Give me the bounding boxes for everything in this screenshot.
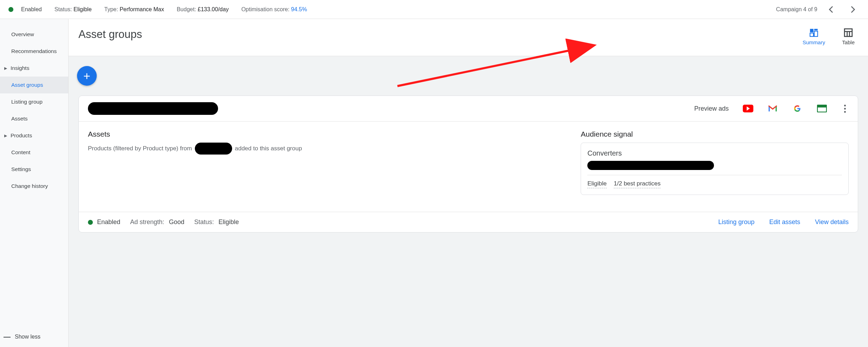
- audience-detail-redacted: [587, 161, 714, 170]
- assets-sub-pre: Products (filtered by Product type) from: [88, 145, 192, 152]
- footer-status-value: Eligible: [218, 218, 239, 225]
- card-footer-left: Enabled Ad strength: Good Status: Eligib…: [88, 218, 239, 226]
- enabled-label: Enabled: [21, 6, 42, 13]
- collapse-icon: —: [4, 333, 11, 341]
- page-title: Asset groups: [78, 28, 142, 41]
- content-header: Asset groups Summary: [69, 19, 868, 56]
- ad-strength-value: Good: [169, 218, 184, 225]
- expand-right-icon: ▶: [4, 133, 8, 138]
- status-value: Eligible: [74, 6, 92, 12]
- plus-icon: +: [83, 69, 90, 83]
- svg-rect-11: [817, 105, 826, 107]
- eligible-link[interactable]: Eligible: [587, 180, 607, 188]
- expand-right-icon: ▶: [4, 66, 8, 71]
- content-area: Asset groups Summary: [69, 19, 868, 347]
- campaign-pager: Campaign 4 of 9: [776, 2, 860, 17]
- sidebar-item-label: Content: [11, 149, 30, 156]
- gmail-icon[interactable]: [767, 105, 778, 112]
- status-label: Status:: [55, 6, 72, 12]
- ad-strength-label: Ad strength:: [130, 218, 164, 225]
- sidebar-item-change-history[interactable]: Change history: [0, 178, 68, 195]
- sidebar-item-insights[interactable]: ▶ Insights: [0, 60, 68, 77]
- budget-kv: Budget: £133.00/day: [177, 6, 229, 13]
- footer-status-kv: Status: Eligible: [194, 218, 239, 226]
- show-less-button[interactable]: — Show less: [0, 333, 40, 341]
- svg-rect-2: [814, 31, 818, 37]
- campaign-enabled-chip[interactable]: Enabled: [8, 6, 42, 13]
- assets-subtitle: Products (filtered by Product type) from…: [88, 143, 570, 155]
- prev-campaign-button[interactable]: [824, 2, 838, 17]
- campaign-top-bar: Enabled Status: Eligible Type: Performan…: [0, 0, 868, 19]
- audience-title: Audience signal: [581, 130, 849, 138]
- assets-sub-post: added to this asset group: [235, 145, 302, 152]
- sidebar-item-asset-groups[interactable]: Asset groups: [0, 77, 68, 93]
- summary-view-label: Summary: [803, 39, 825, 45]
- listing-group-link[interactable]: Listing group: [718, 218, 754, 226]
- view-details-link[interactable]: View details: [815, 218, 849, 226]
- budget-value: £133.00/day: [198, 6, 229, 12]
- sidebar-item-label: Products: [11, 132, 32, 139]
- assets-section: Assets Products (filtered by Product typ…: [88, 130, 570, 195]
- sidebar-item-label: Change history: [11, 183, 48, 189]
- sidebar-item-label: Assets: [11, 116, 28, 122]
- svg-rect-1: [814, 29, 818, 30]
- preview-ads-row: Preview ads: [694, 103, 849, 114]
- card-header: Preview ads: [79, 96, 858, 122]
- sidebar-item-listing-group[interactable]: Listing group: [0, 93, 68, 110]
- campaign-nav-text: Campaign 4 of 9: [776, 6, 817, 13]
- sidebar-item-label: Recommendations: [11, 48, 57, 54]
- google-icon[interactable]: [792, 105, 803, 112]
- status-dot-icon: [8, 7, 13, 12]
- summary-view-button[interactable]: Summary: [803, 28, 825, 45]
- status-kv: Status: Eligible: [55, 6, 92, 13]
- card-footer-right: Listing group Edit assets View details: [718, 218, 849, 226]
- svg-rect-0: [810, 29, 813, 32]
- footer-status-label: Status:: [194, 218, 214, 225]
- budget-label: Budget:: [177, 6, 196, 12]
- summary-icon: [809, 28, 818, 37]
- edit-assets-link[interactable]: Edit assets: [769, 218, 800, 226]
- sidebar-item-label: Overview: [11, 31, 34, 38]
- audience-links: Eligible 1/2 best practices: [587, 180, 842, 188]
- sidebar-item-recommendations[interactable]: Recommendations: [0, 43, 68, 60]
- chevron-left-icon: [827, 5, 836, 14]
- sidebar-item-label: Asset groups: [11, 82, 43, 88]
- assets-title: Assets: [88, 130, 570, 138]
- next-campaign-button[interactable]: [845, 2, 860, 17]
- status-dot-icon: [88, 220, 93, 225]
- card-enabled-chip[interactable]: Enabled: [88, 218, 120, 226]
- more-menu-button[interactable]: [841, 103, 849, 114]
- youtube-icon[interactable]: [743, 105, 753, 112]
- table-icon: [844, 28, 853, 37]
- audience-section: Audience signal Converters Eligible 1/2 …: [581, 130, 849, 195]
- type-label: Type:: [104, 6, 118, 12]
- sidebar-item-settings[interactable]: Settings: [0, 161, 68, 178]
- sidebar-item-assets[interactable]: Assets: [0, 110, 68, 127]
- best-practices-link[interactable]: 1/2 best practices: [614, 180, 660, 188]
- type-value: Performance Max: [120, 6, 164, 12]
- sidebar-item-products[interactable]: ▶ Products: [0, 127, 68, 144]
- merchant-name-redacted: [195, 143, 232, 155]
- svg-rect-4: [844, 29, 852, 37]
- display-icon[interactable]: [817, 105, 827, 112]
- table-view-button[interactable]: Table: [842, 28, 855, 45]
- converters-title: Converters: [587, 149, 842, 157]
- preview-ads-label: Preview ads: [694, 105, 729, 112]
- show-less-label: Show less: [15, 334, 40, 340]
- sidebar-item-content[interactable]: Content: [0, 144, 68, 161]
- audience-signal-box: Converters Eligible 1/2 best practices: [581, 143, 849, 195]
- asset-group-card: Preview ads: [78, 96, 858, 233]
- left-nav: Overview Recommendations ▶ Insights Asse…: [0, 19, 69, 347]
- sidebar-item-label: Listing group: [11, 99, 43, 105]
- optscore-value[interactable]: 94.5%: [291, 6, 307, 12]
- sidebar-item-label: Settings: [11, 166, 31, 172]
- ad-strength-kv: Ad strength: Good: [130, 218, 184, 226]
- asset-group-name-redacted: [88, 102, 218, 115]
- add-asset-group-button[interactable]: +: [77, 66, 97, 86]
- sidebar-item-overview[interactable]: Overview: [0, 26, 68, 43]
- optscore-kv: Optimisation score: 94.5%: [241, 6, 307, 13]
- card-footer: Enabled Ad strength: Good Status: Eligib…: [79, 212, 858, 232]
- svg-rect-3: [810, 33, 813, 37]
- chevron-right-icon: [848, 5, 857, 14]
- card-body: Assets Products (filtered by Product typ…: [79, 122, 858, 212]
